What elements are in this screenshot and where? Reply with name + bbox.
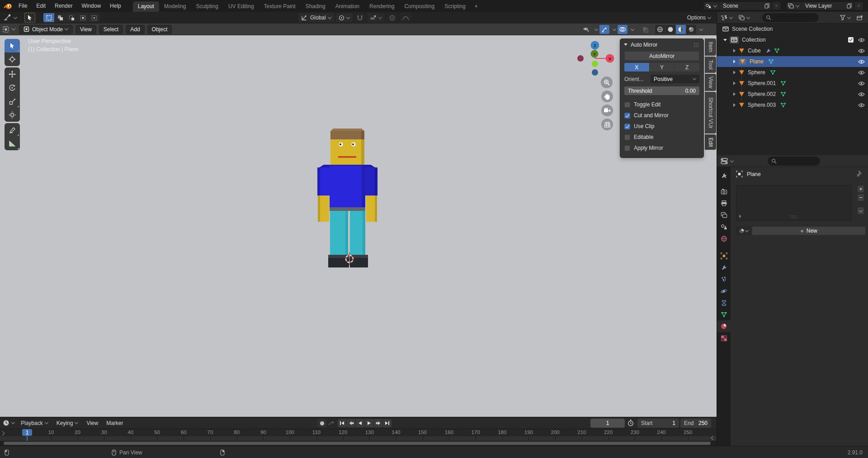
sidebar-tab-view[interactable]: View bbox=[705, 74, 716, 91]
shading-wireframe-icon[interactable] bbox=[655, 25, 665, 34]
workspace-tab-shading[interactable]: Shading bbox=[301, 1, 330, 12]
panel-collapse-icon[interactable] bbox=[624, 43, 627, 46]
panel-drag-handle[interactable] bbox=[693, 43, 700, 47]
auto-keying-record-button[interactable] bbox=[317, 419, 326, 427]
timeline-scrollbar[interactable] bbox=[0, 441, 717, 446]
properties-editor-type-icon[interactable] bbox=[721, 157, 734, 166]
proportional-falloff-icon[interactable] bbox=[400, 13, 412, 22]
shading-solid-icon[interactable] bbox=[665, 25, 675, 34]
row-label[interactable]: Plane bbox=[750, 58, 764, 65]
scene-unlink-icon[interactable]: × bbox=[772, 2, 781, 10]
new-collection-button[interactable] bbox=[857, 13, 863, 22]
tab-render[interactable] bbox=[717, 186, 731, 197]
marker-menu[interactable]: Marker bbox=[102, 420, 127, 426]
next-keyframe-button[interactable] bbox=[374, 419, 382, 427]
view-menu[interactable]: View bbox=[75, 25, 96, 34]
options-dropdown[interactable]: Options bbox=[687, 12, 711, 24]
hide-eye-icon[interactable] bbox=[858, 81, 865, 86]
jump-to-end-button[interactable] bbox=[383, 419, 392, 427]
select-box-tool-button[interactable] bbox=[24, 13, 35, 23]
outliner-row-cube[interactable]: Cube bbox=[717, 45, 868, 56]
view-layer-remove-icon[interactable]: × bbox=[854, 2, 863, 10]
blender-logo-icon[interactable] bbox=[4, 2, 12, 10]
tab-particles[interactable] bbox=[717, 273, 731, 285]
hide-eye-icon[interactable] bbox=[858, 48, 865, 53]
show-overlays-toggle[interactable] bbox=[618, 25, 627, 34]
expand-icon[interactable] bbox=[733, 71, 736, 74]
expand-icon[interactable] bbox=[733, 49, 736, 52]
outliner-row-sphere-002[interactable]: Sphere.002 bbox=[717, 89, 868, 100]
remove-slot-button[interactable]: − bbox=[857, 194, 864, 201]
viewport-canvas[interactable]: User Perspective (1) Collection | Plane bbox=[0, 35, 717, 417]
tab-physics[interactable] bbox=[717, 285, 731, 297]
view-layer-selector[interactable]: View Layer × bbox=[786, 1, 863, 10]
workspace-tab-rendering[interactable]: Rendering bbox=[364, 1, 399, 12]
workspace-tab-modeling[interactable]: Modeling bbox=[159, 1, 191, 12]
sidebar-tab-tool[interactable]: Tool bbox=[705, 57, 716, 73]
context-object-name[interactable]: Plane bbox=[747, 171, 761, 177]
axis-y-button[interactable]: Y bbox=[650, 63, 675, 72]
tab-tool[interactable] bbox=[717, 170, 731, 181]
workspace-tab-compositing[interactable]: Compositing bbox=[399, 1, 439, 12]
row-label[interactable]: Collection bbox=[742, 37, 766, 43]
add-workspace-button[interactable]: + bbox=[471, 1, 482, 12]
view-layer-icon[interactable] bbox=[786, 2, 802, 10]
filter-type-dropdown[interactable] bbox=[739, 13, 750, 22]
workspace-tab-texture-paint[interactable]: Texture Paint bbox=[259, 1, 301, 12]
workspace-tab-layout[interactable]: Layout bbox=[133, 1, 159, 12]
axis-z-button[interactable]: Z bbox=[675, 63, 699, 72]
show-gizmo-toggle[interactable] bbox=[599, 25, 609, 34]
filter-icon[interactable] bbox=[840, 13, 851, 22]
scene-name[interactable]: Scene bbox=[719, 3, 763, 9]
sidebar-tab-edit[interactable]: Edit bbox=[705, 134, 716, 150]
sidebar-tab-item[interactable]: Item bbox=[705, 38, 716, 56]
mode-dropdown[interactable]: Object Mode bbox=[19, 25, 73, 34]
hide-eye-icon[interactable] bbox=[858, 92, 865, 97]
cut-and-mirror-checkbox[interactable]: Cut and Mirror bbox=[624, 110, 699, 121]
workspace-tab-uv-editing[interactable]: UV Editing bbox=[223, 1, 259, 12]
outliner-row-sphere[interactable]: Sphere bbox=[717, 67, 868, 78]
shading-material-icon[interactable] bbox=[676, 25, 686, 34]
tab-texture[interactable] bbox=[717, 332, 731, 344]
shading-rendered-icon[interactable] bbox=[686, 25, 696, 34]
menu-file[interactable]: File bbox=[14, 0, 32, 12]
keying-set-icon[interactable] bbox=[328, 421, 334, 426]
row-label[interactable]: Sphere.003 bbox=[748, 102, 776, 108]
transform-orientation-dropdown[interactable]: Global bbox=[298, 13, 334, 22]
workspace-tab-animation[interactable]: Animation bbox=[330, 1, 364, 12]
tab-scene[interactable] bbox=[717, 221, 731, 233]
hide-eye-icon[interactable] bbox=[858, 70, 865, 75]
axis-x-button[interactable]: X bbox=[624, 63, 649, 72]
view-layer-copy-icon[interactable] bbox=[845, 2, 854, 10]
expand-icon[interactable] bbox=[733, 60, 736, 63]
row-label[interactable]: Sphere bbox=[748, 69, 765, 76]
menu-help[interactable]: Help bbox=[105, 0, 126, 12]
hide-eye-icon[interactable] bbox=[858, 38, 865, 43]
select-menu[interactable]: Select bbox=[99, 25, 123, 34]
xray-toggle[interactable] bbox=[640, 25, 650, 34]
material-slot-list[interactable] bbox=[736, 185, 852, 221]
select-mode-extend-icon[interactable] bbox=[55, 13, 66, 22]
select-mode-subtract-icon[interactable] bbox=[66, 13, 77, 22]
slot-expand-icon[interactable] bbox=[739, 215, 741, 218]
timeline-ruler[interactable]: 1 10203040506070809010011012013014015016… bbox=[0, 429, 717, 441]
outliner-search-input[interactable] bbox=[762, 13, 819, 22]
editor-type-icon[interactable] bbox=[3, 26, 15, 33]
new-material-button[interactable]: + New bbox=[752, 226, 866, 235]
pivot-point-dropdown[interactable] bbox=[336, 13, 353, 22]
threshold-slider[interactable]: Threshold 0.00 bbox=[624, 86, 699, 95]
tab-modifiers[interactable] bbox=[717, 262, 731, 273]
add-menu[interactable]: Add bbox=[126, 25, 144, 34]
scene-selector[interactable]: Scene × bbox=[703, 1, 781, 10]
current-frame-field[interactable]: 1 bbox=[590, 419, 625, 428]
play-button[interactable] bbox=[365, 419, 373, 427]
slot-specials-button[interactable] bbox=[857, 207, 864, 215]
outliner-row-plane[interactable]: Plane bbox=[717, 56, 868, 67]
camera-view-button[interactable] bbox=[601, 105, 613, 116]
zoom-view-button[interactable] bbox=[601, 76, 613, 88]
row-label[interactable]: Scene Collection bbox=[732, 26, 773, 32]
tab-view-layer[interactable] bbox=[717, 209, 731, 221]
scene-copy-icon[interactable] bbox=[763, 2, 772, 10]
tool-annotate[interactable] bbox=[5, 123, 20, 137]
navigation-gizmo[interactable]: Y Z X bbox=[574, 40, 619, 81]
